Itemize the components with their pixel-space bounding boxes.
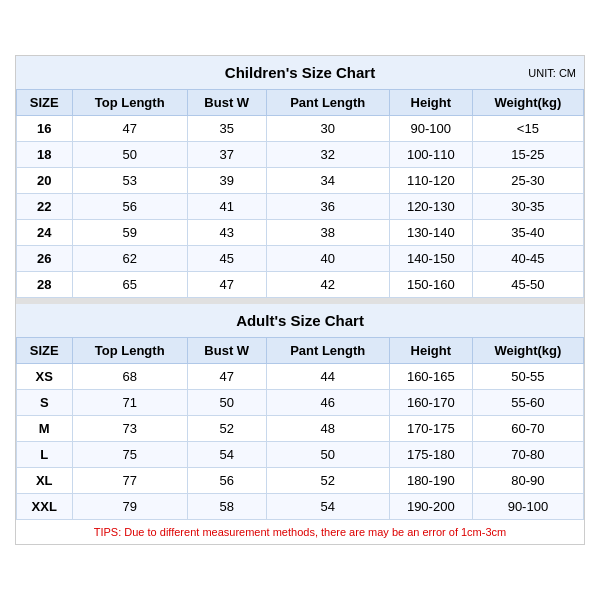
table-cell: 34 <box>266 168 389 194</box>
table-cell: 45-50 <box>472 272 583 298</box>
table-cell: 42 <box>266 272 389 298</box>
table-cell: 190-200 <box>389 494 472 520</box>
table-cell: XS <box>17 364 73 390</box>
table-row: 24594338130-14035-40 <box>17 220 584 246</box>
table-cell: 180-190 <box>389 468 472 494</box>
table-cell: 41 <box>187 194 266 220</box>
table-cell: 65 <box>72 272 187 298</box>
table-cell: XXL <box>17 494 73 520</box>
adult-header-row: SIZE Top Length Bust W Pant Length Heigh… <box>17 338 584 364</box>
table-cell: 18 <box>17 142 73 168</box>
unit-label: UNIT: CM <box>528 67 576 79</box>
table-cell: 54 <box>187 442 266 468</box>
col-bust-w: Bust W <box>187 90 266 116</box>
table-cell: 50-55 <box>472 364 583 390</box>
table-cell: 32 <box>266 142 389 168</box>
table-cell: 50 <box>266 442 389 468</box>
table-cell: 160-170 <box>389 390 472 416</box>
table-cell: <15 <box>472 116 583 142</box>
table-cell: 39 <box>187 168 266 194</box>
table-cell: 79 <box>72 494 187 520</box>
table-row: XS684744160-16550-55 <box>17 364 584 390</box>
table-cell: 20 <box>17 168 73 194</box>
table-cell: 150-160 <box>389 272 472 298</box>
table-row: M735248170-17560-70 <box>17 416 584 442</box>
col-size-adult: SIZE <box>17 338 73 364</box>
children-table: SIZE Top Length Bust W Pant Length Heigh… <box>16 89 584 298</box>
table-cell: 62 <box>72 246 187 272</box>
table-row: XL775652180-19080-90 <box>17 468 584 494</box>
table-cell: 37 <box>187 142 266 168</box>
table-row: 20533934110-12025-30 <box>17 168 584 194</box>
table-row: L755450175-18070-80 <box>17 442 584 468</box>
table-cell: 53 <box>72 168 187 194</box>
table-cell: 52 <box>266 468 389 494</box>
col-height: Height <box>389 90 472 116</box>
children-header-row: SIZE Top Length Bust W Pant Length Heigh… <box>17 90 584 116</box>
table-cell: 50 <box>72 142 187 168</box>
children-section-header: Children's Size Chart UNIT: CM <box>16 56 584 89</box>
table-cell: XL <box>17 468 73 494</box>
table-cell: 48 <box>266 416 389 442</box>
table-cell: 22 <box>17 194 73 220</box>
table-cell: L <box>17 442 73 468</box>
table-cell: 50 <box>187 390 266 416</box>
table-cell: 43 <box>187 220 266 246</box>
table-cell: 40 <box>266 246 389 272</box>
table-cell: 90-100 <box>472 494 583 520</box>
table-cell: 30-35 <box>472 194 583 220</box>
table-cell: 160-165 <box>389 364 472 390</box>
table-cell: 45 <box>187 246 266 272</box>
table-cell: 75 <box>72 442 187 468</box>
adult-section-header: Adult's Size Chart <box>16 304 584 337</box>
table-cell: 73 <box>72 416 187 442</box>
table-cell: 24 <box>17 220 73 246</box>
table-cell: 56 <box>72 194 187 220</box>
table-cell: 59 <box>72 220 187 246</box>
table-cell: 175-180 <box>389 442 472 468</box>
col-top-length: Top Length <box>72 90 187 116</box>
table-cell: 54 <box>266 494 389 520</box>
table-cell: 44 <box>266 364 389 390</box>
col-weight-adult: Weight(kg) <box>472 338 583 364</box>
col-weight: Weight(kg) <box>472 90 583 116</box>
table-cell: 90-100 <box>389 116 472 142</box>
table-cell: 120-130 <box>389 194 472 220</box>
chart-container: Children's Size Chart UNIT: CM SIZE Top … <box>15 55 585 545</box>
table-cell: 47 <box>187 364 266 390</box>
table-cell: 170-175 <box>389 416 472 442</box>
col-bust-w-adult: Bust W <box>187 338 266 364</box>
table-cell: 68 <box>72 364 187 390</box>
table-row: 28654742150-16045-50 <box>17 272 584 298</box>
adult-title: Adult's Size Chart <box>236 312 364 329</box>
table-row: XXL795854190-20090-100 <box>17 494 584 520</box>
table-cell: 38 <box>266 220 389 246</box>
table-cell: 25-30 <box>472 168 583 194</box>
col-top-length-adult: Top Length <box>72 338 187 364</box>
table-cell: 130-140 <box>389 220 472 246</box>
table-cell: 15-25 <box>472 142 583 168</box>
table-cell: 140-150 <box>389 246 472 272</box>
table-row: 1647353090-100<15 <box>17 116 584 142</box>
adult-table: SIZE Top Length Bust W Pant Length Heigh… <box>16 337 584 520</box>
table-cell: 30 <box>266 116 389 142</box>
table-row: 22564136120-13030-35 <box>17 194 584 220</box>
table-cell: 35 <box>187 116 266 142</box>
col-pant-length-adult: Pant Length <box>266 338 389 364</box>
table-cell: M <box>17 416 73 442</box>
table-cell: 46 <box>266 390 389 416</box>
table-cell: 80-90 <box>472 468 583 494</box>
table-cell: 55-60 <box>472 390 583 416</box>
tips-text: TIPS: Due to different measurement metho… <box>16 520 584 544</box>
table-cell: 60-70 <box>472 416 583 442</box>
table-cell: S <box>17 390 73 416</box>
table-cell: 77 <box>72 468 187 494</box>
table-cell: 100-110 <box>389 142 472 168</box>
table-row: 18503732100-11015-25 <box>17 142 584 168</box>
table-cell: 16 <box>17 116 73 142</box>
table-cell: 28 <box>17 272 73 298</box>
children-title: Children's Size Chart <box>225 64 375 81</box>
col-height-adult: Height <box>389 338 472 364</box>
table-cell: 52 <box>187 416 266 442</box>
table-cell: 71 <box>72 390 187 416</box>
